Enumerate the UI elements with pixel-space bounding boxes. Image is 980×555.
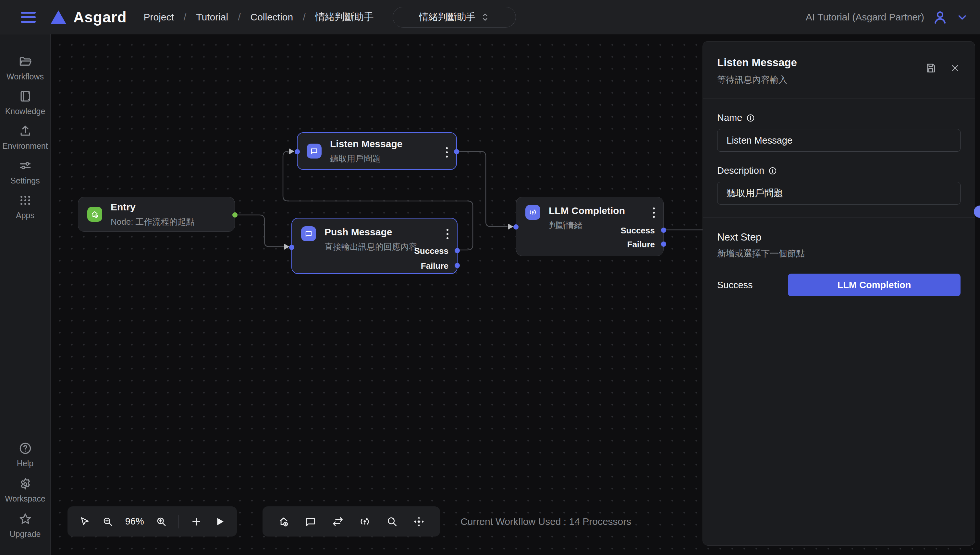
breadcrumb-separator: /: [183, 12, 186, 23]
push-failure-output-port[interactable]: [455, 263, 460, 268]
close-icon[interactable]: [949, 63, 961, 74]
sidebar-item-help[interactable]: Help: [0, 440, 50, 469]
workflow-selector[interactable]: 情緒判斷助手: [393, 7, 516, 27]
next-step-hint: 新增或選擇下一個節點: [717, 248, 961, 259]
node-subtitle: 判斷情緒: [549, 220, 625, 231]
move-fit-view-icon[interactable]: [413, 515, 425, 528]
run-workflow-icon[interactable]: [214, 516, 225, 528]
sidebar-item-environment[interactable]: Environment: [0, 122, 50, 152]
sidebar-item-settings[interactable]: Settings: [0, 157, 50, 187]
info-icon: [746, 114, 755, 122]
canvas-zoom-toolbar: 96%: [68, 506, 237, 537]
success-port-label: Success: [717, 280, 753, 290]
listen-input-port[interactable]: [294, 149, 300, 154]
zoom-out-icon[interactable]: [102, 516, 114, 528]
info-icon: [768, 166, 777, 175]
node-title: LLM Completion: [549, 205, 625, 217]
name-input[interactable]: [717, 129, 961, 152]
llm-success-output-port[interactable]: [661, 228, 666, 233]
name-label-text: Name: [717, 112, 742, 123]
add-llm-node-icon[interactable]: [359, 515, 371, 528]
node-listen-message[interactable]: Listen Message 聽取用戶問題: [297, 132, 457, 170]
panel-header-text: Listen Message 等待訊息內容輸入: [717, 56, 797, 86]
llm-bulb-refresh-icon: [525, 205, 540, 220]
node-menu-kebab-icon[interactable]: [447, 229, 449, 239]
chat-bubble-icon: [301, 226, 316, 241]
panel-header: Listen Message 等待訊息內容輸入: [717, 56, 961, 86]
add-entry-node-icon[interactable]: [277, 515, 290, 528]
node-subtitle: 聽取用戶問題: [330, 153, 402, 164]
hamburger-menu-icon[interactable]: [21, 12, 36, 23]
node-llm-completion[interactable]: LLM Completion 判斷情緒 Success Failure: [516, 197, 664, 256]
description-input[interactable]: [717, 182, 961, 205]
node-palette-toolbar: [262, 506, 440, 537]
add-message-node-icon[interactable]: [304, 515, 317, 528]
add-switch-node-icon[interactable]: [331, 515, 344, 528]
next-step-success-row: Success LLM Completion: [717, 274, 961, 296]
sidebar-item-label: Apps: [16, 211, 34, 220]
toolbar-divider: [179, 515, 179, 528]
output-label-success: Success: [414, 246, 449, 256]
node-subtitle: Node: 工作流程的起點: [111, 216, 195, 228]
node-title: Entry: [111, 201, 195, 213]
sidebar-item-workspace[interactable]: Workspace: [0, 475, 50, 505]
gear-icon: [18, 476, 32, 491]
sidebar-item-knowledge[interactable]: Knowledge: [0, 88, 50, 117]
topbar: Asgard Project / Tutorial / Collection /…: [0, 0, 980, 34]
zoom-level-value[interactable]: 96%: [125, 516, 144, 527]
llm-input-port[interactable]: [513, 225, 518, 229]
panel-subtitle: 等待訊息內容輸入: [717, 74, 797, 86]
chat-bubble-icon: [307, 144, 322, 159]
upload-icon: [18, 124, 32, 138]
listen-output-port[interactable]: [454, 149, 459, 154]
entry-home-plus-icon: [87, 207, 102, 222]
breadcrumb: Project / Tutorial / Collection / 情緒判斷助手: [143, 10, 373, 24]
breadcrumb-workflow[interactable]: 情緒判斷助手: [315, 10, 374, 24]
folder-icon: [18, 55, 32, 69]
node-title: Push Message: [325, 226, 417, 238]
user-avatar-icon[interactable]: [932, 9, 948, 25]
breadcrumb-collection[interactable]: Collection: [250, 12, 293, 23]
sidebar-item-apps[interactable]: Apps: [0, 192, 50, 221]
book-icon: [18, 89, 32, 103]
push-success-output-port[interactable]: [455, 248, 460, 253]
node-menu-kebab-icon[interactable]: [653, 207, 655, 218]
node-config-panel: Listen Message 等待訊息內容輸入 Name: [703, 41, 975, 545]
sidebar-item-upgrade[interactable]: Upgrade: [0, 510, 50, 540]
node-text: Push Message 直接輸出訊息的回應內容: [325, 226, 417, 253]
account-chevron-down-icon[interactable]: [956, 11, 968, 23]
save-icon[interactable]: [925, 62, 937, 74]
name-field-label: Name: [717, 112, 961, 123]
cursor-tool-icon[interactable]: [79, 516, 90, 528]
output-label-failure: Failure: [627, 239, 655, 250]
sidebar-item-label: Environment: [2, 141, 48, 151]
output-label-failure: Failure: [421, 261, 449, 271]
apps-grid-icon: [18, 193, 32, 207]
brand-name: Asgard: [73, 8, 127, 26]
node-push-message[interactable]: Push Message 直接輸出訊息的回應內容 Success Failure: [291, 218, 457, 274]
output-label-success: Success: [620, 226, 655, 236]
push-input-port[interactable]: [289, 245, 294, 250]
zoom-in-icon[interactable]: [155, 516, 167, 528]
selector-chevrons-icon: [481, 12, 489, 22]
breadcrumb-project[interactable]: Project: [143, 12, 174, 23]
panel-divider: [703, 218, 975, 218]
sidebar: Workflows Knowledge Environment: [0, 34, 51, 555]
node-entry[interactable]: Entry Node: 工作流程的起點: [78, 197, 235, 232]
star-icon: [18, 512, 32, 526]
breadcrumb-tutorial[interactable]: Tutorial: [196, 12, 228, 23]
add-node-icon[interactable]: [190, 516, 202, 528]
next-node-button[interactable]: LLM Completion: [788, 274, 961, 296]
search-icon[interactable]: [386, 515, 398, 528]
logo-triangle-icon: [51, 10, 66, 24]
sidebar-main-group: Workflows Knowledge Environment: [0, 34, 50, 221]
entry-output-port[interactable]: [232, 212, 238, 218]
node-subtitle: 直接輸出訊息的回應內容: [325, 241, 417, 253]
sidebar-item-workflows[interactable]: Workflows: [0, 53, 50, 83]
workflow-usage-status: Current Workflow Used : 14 Processors: [460, 506, 631, 537]
llm-failure-output-port[interactable]: [661, 242, 666, 247]
sidebar-footer-group: Help Workspace Upgrade: [0, 440, 50, 555]
node-menu-kebab-icon[interactable]: [446, 147, 448, 157]
workflow-selector-value: 情緒判斷助手: [419, 11, 476, 24]
description-field-label: Description: [717, 165, 961, 176]
